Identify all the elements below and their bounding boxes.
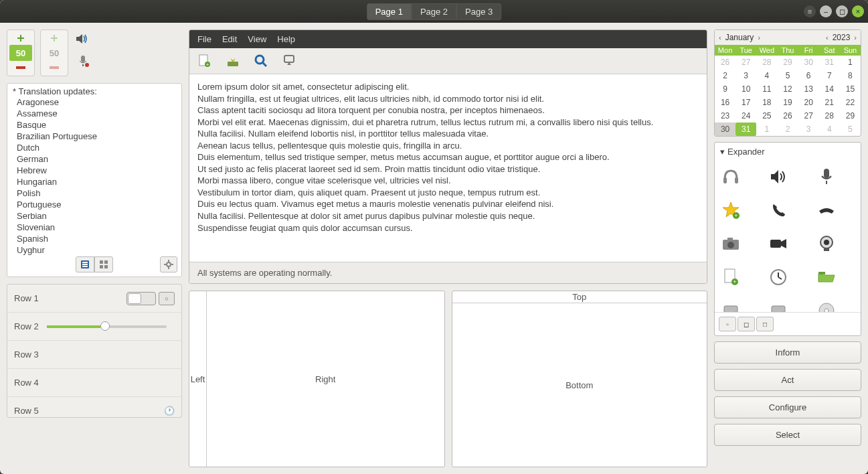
calendar-day[interactable]: 15: [840, 82, 861, 96]
calendar-day[interactable]: 10: [735, 82, 756, 96]
split-left-right[interactable]: Left Right: [189, 291, 445, 467]
lang-item[interactable]: German: [17, 153, 176, 165]
icon-grid-scroll[interactable]: ++: [715, 161, 861, 312]
calendar-day[interactable]: 31: [819, 56, 840, 69]
calendar-day[interactable]: 24: [735, 109, 756, 123]
menu-help[interactable]: Help: [277, 34, 295, 44]
calendar-day[interactable]: 6: [798, 69, 819, 82]
lang-item[interactable]: Brazilian Portuguese: [17, 131, 176, 142]
phone-hangup-icon[interactable]: [816, 200, 837, 221]
document-add-icon[interactable]: +: [720, 266, 742, 288]
act-button[interactable]: Act: [714, 369, 861, 391]
calendar-day[interactable]: 4: [756, 69, 777, 82]
calendar-day[interactable]: 31: [735, 123, 756, 136]
calendar-day[interactable]: 7: [819, 69, 840, 82]
lang-item[interactable]: Spanish: [17, 233, 176, 244]
lang-item[interactable]: Assamese: [17, 108, 176, 119]
view-large-icon[interactable]: □: [756, 317, 774, 331]
volume-icon[interactable]: [76, 33, 90, 46]
calendar-day[interactable]: 1: [756, 123, 777, 136]
hard-disk-icon[interactable]: [768, 300, 789, 312]
lang-item[interactable]: Basque: [17, 119, 176, 131]
tab-page3[interactable]: Page 3: [456, 3, 501, 20]
hard-disk-icon[interactable]: [720, 300, 742, 312]
chevron-left-icon[interactable]: ‹: [826, 33, 829, 42]
clock-icon[interactable]: [768, 266, 789, 288]
microphone-icon[interactable]: [816, 166, 837, 187]
calendar-day[interactable]: 27: [735, 56, 756, 69]
maximize-button[interactable]: ◻: [836, 5, 848, 17]
calendar-grid[interactable]: 2627282930311234567891011121314151617181…: [715, 56, 861, 136]
calendar-day[interactable]: 11: [756, 82, 777, 96]
calendar-day[interactable]: 20: [798, 96, 819, 109]
gear-icon[interactable]: [160, 256, 177, 272]
calendar-day[interactable]: 25: [756, 109, 777, 123]
lang-item[interactable]: Hebrew: [17, 165, 176, 176]
download-icon[interactable]: [224, 52, 242, 70]
minus-icon[interactable]: [9, 61, 32, 74]
split-top-bottom[interactable]: Top Bottom: [452, 291, 708, 467]
lang-item[interactable]: Dutch: [17, 142, 176, 153]
calendar-day[interactable]: 22: [840, 96, 861, 109]
calendar-day[interactable]: 5: [777, 69, 798, 82]
lang-item[interactable]: Aragonese: [17, 96, 176, 108]
lang-item[interactable]: Slovenian: [17, 222, 176, 233]
calendar-day[interactable]: 12: [777, 82, 798, 96]
view-medium-icon[interactable]: ◻: [737, 317, 755, 331]
calendar-day[interactable]: 26: [777, 109, 798, 123]
calendar-day[interactable]: 23: [715, 109, 735, 123]
chevron-left-icon[interactable]: ‹: [719, 33, 721, 42]
calendar-day[interactable]: 2: [777, 123, 798, 136]
view-small-icon[interactable]: ▫: [719, 317, 736, 331]
calendar-day[interactable]: 13: [798, 82, 819, 96]
lang-item[interactable]: Uyghur: [17, 244, 176, 256]
calendar-day[interactable]: 18: [756, 96, 777, 109]
insert-icon[interactable]: [280, 52, 298, 70]
headphones-icon[interactable]: [720, 166, 742, 187]
close-button[interactable]: ×: [852, 5, 864, 17]
calendar-day[interactable]: 1: [840, 56, 861, 69]
spinner-1[interactable]: 50: [7, 29, 35, 76]
row-2[interactable]: Row 2: [7, 313, 181, 341]
calendar-day[interactable]: 3: [798, 123, 819, 136]
chevron-right-icon[interactable]: ›: [854, 33, 857, 42]
calendar-day[interactable]: 26: [715, 56, 735, 69]
speaker-icon[interactable]: [768, 166, 789, 187]
calendar-day[interactable]: 9: [715, 82, 735, 96]
menu-file[interactable]: File: [197, 34, 211, 44]
phone-receiver-icon[interactable]: [768, 200, 789, 221]
slider[interactable]: [47, 325, 167, 328]
calendar-day[interactable]: 28: [819, 109, 840, 123]
rows-scroll[interactable]: Row 1 ○ Row 2 Row 3 Row 4 Row 5 🕐: [7, 285, 181, 417]
row-3[interactable]: Row 3: [7, 341, 181, 369]
inform-button[interactable]: Inform: [714, 341, 861, 364]
chevron-right-icon[interactable]: ›: [758, 33, 760, 42]
video-camera-icon[interactable]: [768, 233, 789, 254]
lang-item[interactable]: Polish: [17, 187, 176, 199]
folder-open-icon[interactable]: [816, 266, 837, 288]
calendar-day[interactable]: 29: [840, 109, 861, 123]
plus-icon[interactable]: [9, 31, 32, 45]
calendar-day[interactable]: 27: [798, 109, 819, 123]
row-4[interactable]: Row 4: [7, 369, 181, 397]
optical-disc-icon[interactable]: [816, 300, 837, 312]
tab-page1[interactable]: Page 1: [367, 3, 412, 20]
calendar-day[interactable]: 30: [798, 56, 819, 69]
mic-record-icon[interactable]: [76, 54, 90, 70]
text-body[interactable]: Lorem ipsum dolor sit amet, consectetur …: [189, 74, 707, 262]
calendar-day[interactable]: 2: [715, 69, 735, 82]
expander-header[interactable]: ▾ Expander: [715, 143, 861, 161]
hamburger-icon[interactable]: ≡: [804, 5, 816, 17]
calendar-day[interactable]: 30: [715, 123, 735, 136]
calendar-day[interactable]: 5: [840, 123, 861, 136]
calendar-day[interactable]: 19: [777, 96, 798, 109]
star-add-icon[interactable]: +: [720, 200, 742, 221]
camera-icon[interactable]: [720, 233, 742, 254]
menu-view[interactable]: View: [248, 34, 266, 44]
radio-indicator[interactable]: ○: [159, 292, 175, 305]
calendar-day[interactable]: 8: [840, 69, 861, 82]
row-1[interactable]: Row 1 ○: [7, 285, 181, 313]
search-icon[interactable]: [252, 52, 270, 70]
menu-edit[interactable]: Edit: [222, 34, 237, 44]
view-details-icon[interactable]: [76, 256, 94, 272]
